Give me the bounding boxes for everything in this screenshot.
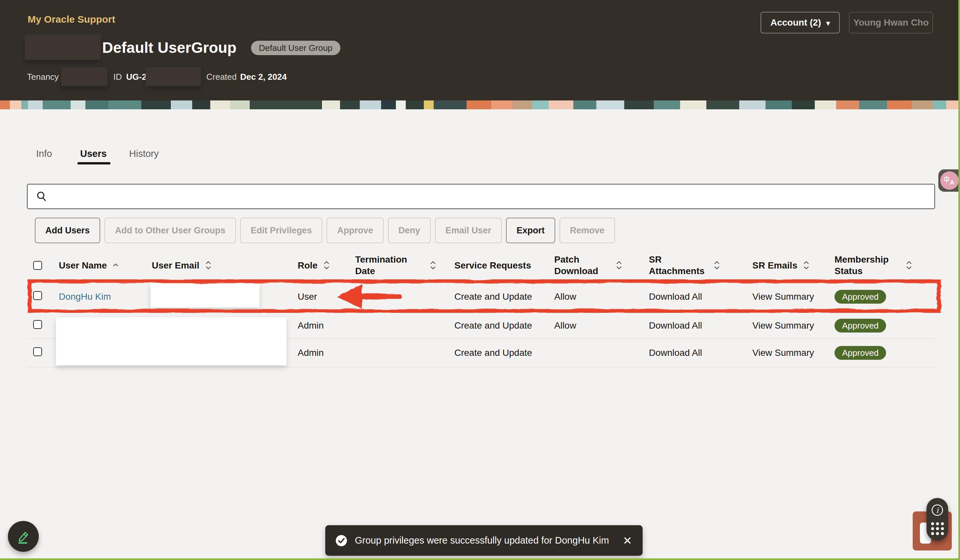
screen-border-right: [958, 0, 960, 560]
cell-role: Admin: [298, 321, 355, 331]
screen-border-bottom: [0, 558, 960, 560]
cell-sr-attachments: Download All: [649, 321, 752, 331]
sort-asc-icon[interactable]: [112, 260, 119, 270]
redacted-id-suffix: [146, 67, 201, 86]
info-circle-icon[interactable]: i: [931, 504, 944, 517]
add-to-other-groups-button[interactable]: Add to Other User Groups: [104, 218, 236, 243]
redacted-tenancy-value: [61, 67, 107, 86]
deny-button[interactable]: Deny: [388, 218, 431, 243]
redacted-email-block: [150, 283, 259, 308]
sort-up-down-icon[interactable]: [205, 260, 212, 271]
col-sr-emails: SR Emails: [752, 260, 797, 271]
col-sr-attachments: SR Attachments: [649, 254, 708, 277]
cell-patch-download: Allow: [554, 321, 649, 331]
app-header: My Oracle Support Account (2) ▾ Young Hw…: [0, 0, 960, 101]
sort-up-down-icon[interactable]: [323, 260, 330, 271]
cell-service-requests: Create and Update: [454, 321, 554, 331]
row-checkbox[interactable]: [33, 347, 42, 356]
email-user-button[interactable]: Email User: [435, 218, 502, 243]
search-icon: [36, 191, 47, 202]
col-patch-download: Patch Download: [554, 254, 610, 277]
decorative-illustration-banner: [0, 101, 960, 109]
cell-sr-emails: View Summary: [752, 292, 835, 302]
search-input[interactable]: [54, 187, 928, 206]
add-users-button[interactable]: Add Users: [35, 218, 100, 243]
sort-up-down-icon[interactable]: [803, 260, 810, 271]
row-checkbox[interactable]: [33, 291, 42, 300]
annotate-fab-button[interactable]: [8, 521, 39, 552]
tab-info[interactable]: Info: [36, 144, 52, 163]
pencil-icon: [16, 528, 31, 544]
brand-logo[interactable]: My Oracle Support: [27, 14, 115, 25]
sort-up-down-icon[interactable]: [713, 260, 720, 271]
status-badge: Approved: [835, 346, 886, 360]
cell-service-requests: Create and Update: [454, 292, 554, 302]
select-all-checkbox[interactable]: [33, 261, 42, 270]
help-widget-pill: i: [926, 498, 948, 541]
user-name-link[interactable]: DongHu Kim: [59, 292, 111, 302]
export-button[interactable]: Export: [506, 218, 555, 243]
check-circle-icon: [335, 534, 347, 547]
tab-users[interactable]: Users: [80, 144, 107, 163]
chevron-down-icon: ▾: [826, 20, 830, 27]
col-role: Role: [298, 260, 318, 271]
col-membership-status: Membership Status: [835, 254, 900, 277]
toast-close-icon[interactable]: ✕: [623, 535, 632, 546]
redacted-name-email-block: [56, 317, 286, 365]
col-user-email: User Email: [152, 260, 199, 271]
cell-sr-attachments: Download All: [649, 348, 752, 358]
account-dropdown-label: Account (2): [770, 18, 821, 28]
created-value: Dec 2, 2024: [240, 67, 287, 86]
row-divider: [27, 367, 935, 367]
svg-text:A: A: [950, 179, 954, 186]
page-title: Default UserGroup: [102, 39, 237, 56]
row-checkbox[interactable]: [33, 320, 42, 329]
success-toast: Group privileges were successfully updat…: [325, 525, 643, 556]
toast-message: Group privileges were successfully updat…: [355, 535, 609, 546]
id-value: UG-2: [126, 67, 147, 86]
current-user-label: Young Hwan Cho: [853, 18, 929, 28]
cell-sr-attachments: Download All: [649, 292, 752, 302]
sort-up-down-icon[interactable]: [615, 260, 622, 271]
search-bar: [27, 184, 935, 209]
redacted-logo-block: [25, 35, 101, 60]
current-user-button[interactable]: Young Hwan Cho: [849, 12, 933, 34]
default-group-badge: Default User Group: [251, 41, 340, 55]
table-toolbar: Add Users Add to Other User Groups Edit …: [35, 218, 615, 243]
svg-text:i: i: [936, 506, 939, 514]
cell-service-requests: Create and Update: [454, 348, 554, 358]
col-termination-date: Termination Date: [355, 254, 424, 277]
account-dropdown-button[interactable]: Account (2) ▾: [761, 12, 840, 34]
cell-role: Admin: [298, 348, 355, 358]
edit-privileges-button[interactable]: Edit Privileges: [240, 218, 322, 243]
active-tab-underline: [78, 162, 110, 164]
id-label: ID: [114, 67, 122, 86]
created-label: Created: [206, 67, 237, 86]
grid-dots-icon[interactable]: [931, 522, 944, 535]
tab-history[interactable]: History: [129, 144, 159, 163]
status-badge: Approved: [835, 290, 886, 304]
col-user-name: User Name: [59, 260, 107, 271]
cell-role: User: [298, 292, 355, 302]
tenancy-label: Tenancy: [27, 67, 59, 86]
translate-icon[interactable]: A: [940, 171, 959, 190]
sort-up-down-icon[interactable]: [429, 260, 437, 271]
cell-patch-download: Allow: [554, 292, 649, 302]
sort-up-down-icon[interactable]: [906, 260, 913, 271]
remove-button[interactable]: Remove: [560, 218, 615, 243]
cell-sr-emails: View Summary: [752, 348, 835, 358]
table-header-row: User Name User Email Role Termination Da…: [27, 251, 935, 279]
status-badge: Approved: [835, 319, 886, 332]
col-service-requests: Service Requests: [454, 260, 531, 271]
cell-sr-emails: View Summary: [752, 321, 835, 331]
approve-button[interactable]: Approve: [326, 218, 384, 243]
